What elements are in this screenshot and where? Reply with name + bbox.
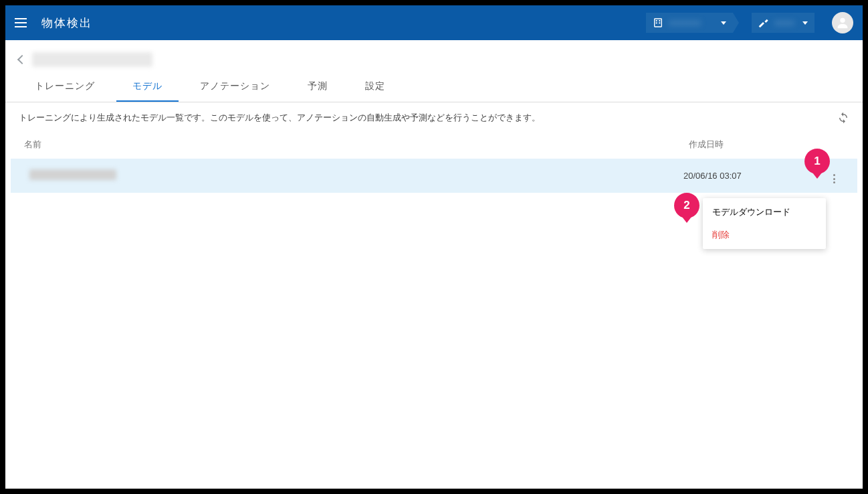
more-vert-icon bbox=[833, 174, 835, 183]
menu-icon[interactable] bbox=[15, 15, 31, 31]
tab-model[interactable]: モデル bbox=[116, 74, 179, 102]
org-selector-value: xxxxxxxx bbox=[669, 18, 713, 27]
table-row[interactable]: 20/06/16 03:07 bbox=[11, 159, 857, 193]
svg-rect-1 bbox=[656, 20, 657, 21]
row-actions-button[interactable] bbox=[824, 168, 844, 183]
tab-settings[interactable]: 設定 bbox=[349, 74, 401, 102]
back-icon[interactable] bbox=[17, 55, 27, 64]
building-icon bbox=[653, 17, 663, 28]
svg-point-5 bbox=[840, 18, 845, 23]
breadcrumb bbox=[5, 40, 863, 74]
table-header: 名前 作成日時 bbox=[5, 131, 863, 159]
col-name-header: 名前 bbox=[19, 139, 689, 151]
tab-prediction[interactable]: 予測 bbox=[292, 74, 344, 102]
tab-annotation[interactable]: アノテーション bbox=[184, 74, 286, 102]
svg-rect-2 bbox=[659, 20, 660, 21]
context-menu: モデルダウンロード 削除 bbox=[703, 198, 826, 249]
annotation-1: 1 bbox=[804, 149, 830, 174]
caret-down-icon bbox=[802, 21, 808, 25]
annotation-2: 2 bbox=[674, 193, 699, 218]
tool-selector-value: xxxxx bbox=[774, 18, 794, 27]
avatar[interactable] bbox=[832, 12, 853, 33]
breadcrumb-title bbox=[32, 52, 152, 67]
caret-down-icon bbox=[721, 21, 726, 25]
menu-download[interactable]: モデルダウンロード bbox=[703, 201, 826, 224]
row-date: 20/06/16 03:07 bbox=[683, 171, 824, 181]
tab-training[interactable]: トレーニング bbox=[19, 74, 111, 102]
menu-delete[interactable]: 削除 bbox=[703, 224, 826, 246]
svg-rect-0 bbox=[655, 19, 662, 27]
org-selector[interactable]: xxxxxxxx bbox=[646, 13, 733, 33]
tool-selector[interactable]: xxxxx bbox=[752, 13, 815, 33]
col-date-header: 作成日時 bbox=[689, 139, 829, 151]
wrench-icon bbox=[758, 17, 769, 28]
top-bar: 物体検出 xxxxxxxx xxxxx bbox=[5, 5, 863, 40]
refresh-icon[interactable] bbox=[837, 112, 849, 124]
description-text: トレーニングにより生成されたモデル一覧です。このモデルを使って、アノテーションの… bbox=[19, 112, 540, 124]
svg-rect-4 bbox=[659, 22, 660, 23]
row-name bbox=[24, 169, 683, 182]
tabs: トレーニング モデル アノテーション 予測 設定 bbox=[5, 74, 863, 102]
svg-rect-3 bbox=[656, 22, 657, 23]
app-title: 物体検出 bbox=[41, 15, 92, 31]
